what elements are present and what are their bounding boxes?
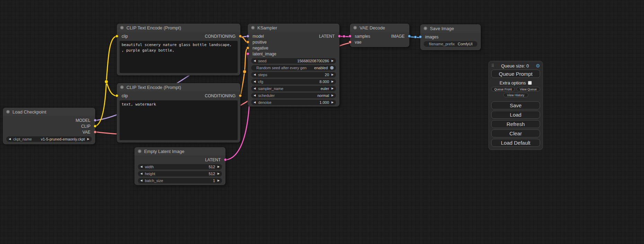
decrement-arrow-icon[interactable]: ◀ [254,101,256,104]
increment-arrow-icon[interactable]: ▶ [332,60,334,62]
node-header[interactable]: Load Checkpoint [3,108,95,116]
queue-front-button[interactable]: Queue Front [491,87,515,91]
port-model-input[interactable] [246,35,249,38]
widget-cfg[interactable]: ◀ cfg 8.000 ▶ [251,79,336,84]
increment-arrow-icon[interactable]: ▶ [332,87,334,90]
reroute-dot-clip[interactable] [105,80,108,83]
output-slot-latent[interactable]: LATENT [319,33,339,39]
port-negative-input[interactable] [246,46,249,49]
decrement-arrow-icon[interactable]: ◀ [254,80,256,83]
input-slot-clip[interactable]: clip [117,93,128,99]
increment-arrow-icon[interactable]: ▶ [332,80,334,83]
input-slot-clip[interactable]: clip [117,33,128,39]
positive-prompt-textarea[interactable]: beautiful scenery nature glass bottle la… [120,41,238,73]
increment-arrow-icon[interactable]: ▶ [218,165,220,168]
output-slot-conditioning[interactable]: CONDITIONING [205,93,240,99]
output-slot-vae[interactable]: VAE [82,129,95,135]
collapse-dot-icon[interactable] [424,27,427,30]
port-samples-input[interactable] [349,35,352,38]
decrement-arrow-icon[interactable]: ◀ [140,172,142,175]
decrement-arrow-icon[interactable]: ◀ [9,138,11,141]
port-vae-input[interactable] [349,40,352,44]
output-slot-image[interactable]: IMAGE [391,33,409,39]
output-slot-conditioning[interactable]: CONDITIONING [205,33,240,39]
reroute-dot-latent[interactable] [343,35,345,38]
collapse-dot-icon[interactable] [120,26,124,29]
increment-arrow-icon[interactable]: ▶ [87,138,89,141]
port-conditioning-output[interactable] [239,94,242,97]
clear-button[interactable]: Clear [491,129,540,137]
node-ksampler[interactable]: KSampler model LATENT positive [248,24,339,107]
port-images-input[interactable] [419,35,422,38]
node-header[interactable]: Empty Latent Image [134,147,226,155]
node-empty-latent-image[interactable]: Empty Latent Image LATENT ◀ width 512 ▶ … [134,147,226,185]
widget-height[interactable]: ◀ height 512 ▶ [138,171,222,177]
input-slot-images[interactable]: images [420,34,439,40]
widget-seed[interactable]: ◀ seed 156680208700286 ▶ [251,58,336,64]
port-clip-input[interactable] [115,94,118,97]
port-latent-image-input[interactable] [246,52,249,55]
node-header[interactable]: CLIP Text Encode (Prompt) [117,83,240,91]
queue-prompt-button[interactable]: Queue Prompt [491,70,540,78]
widget-filename-prefix[interactable]: filename_prefix ComfyUI [424,41,477,47]
settings-gear-icon[interactable]: ⚙ [536,63,540,69]
view-queue-button[interactable]: View Queue [517,87,540,91]
node-clip-text-encode-negative[interactable]: CLIP Text Encode (Prompt) clip CONDITION… [117,83,240,143]
widget-ckpt-name[interactable]: ◀ ckpt_name v1-5-pruned-emaonly.ckpt ▶ [6,136,92,142]
port-model-output[interactable] [94,119,97,122]
load-button[interactable]: Load [491,111,540,119]
node-header[interactable]: KSampler [248,24,339,32]
input-slot-model[interactable]: model [248,33,264,39]
increment-arrow-icon[interactable]: ▶ [332,101,334,104]
collapse-dot-icon[interactable] [251,26,255,29]
load-default-button[interactable]: Load Default [491,139,540,147]
collapse-dot-icon[interactable] [353,26,357,29]
input-slot-positive[interactable]: positive [248,39,267,45]
widget-width[interactable]: ◀ width 512 ▶ [138,164,222,170]
port-clip-output[interactable] [94,125,97,128]
save-button[interactable]: Save [491,101,540,109]
port-image-output[interactable] [408,35,411,38]
port-conditioning-output[interactable] [239,35,242,38]
port-positive-input[interactable] [246,40,249,44]
node-header[interactable]: Save Image [420,24,481,33]
widget-scheduler[interactable]: ◀ scheduler normal ▶ [251,93,336,98]
node-clip-text-encode-positive[interactable]: CLIP Text Encode (Prompt) clip CONDITION… [117,24,240,75]
decrement-arrow-icon[interactable]: ◀ [140,165,142,168]
node-load-checkpoint[interactable]: Load Checkpoint MODEL CLIP VAE [3,108,95,144]
widget-random-seed-toggle[interactable]: Random seed after every gen enabled [251,65,336,71]
decrement-arrow-icon[interactable]: ◀ [254,60,256,62]
negative-prompt-textarea[interactable]: text, watermark [120,100,238,140]
node-save-image[interactable]: Save Image images filename_prefix ComfyU… [420,24,481,50]
view-history-button[interactable]: View History [503,93,528,97]
collapse-dot-icon[interactable] [120,85,124,89]
input-slot-latent-image[interactable]: latent_image [248,51,276,57]
port-vae-output[interactable] [94,130,97,134]
decrement-arrow-icon[interactable]: ◀ [254,87,256,90]
port-clip-input[interactable] [115,35,118,38]
widget-sampler-name[interactable]: ◀ sampler_name euler ▶ [251,86,336,91]
increment-arrow-icon[interactable]: ▶ [332,73,334,76]
input-slot-negative[interactable]: negative [248,45,268,51]
refresh-button[interactable]: Refresh [491,120,540,128]
output-slot-latent[interactable]: LATENT [205,157,226,163]
decrement-arrow-icon[interactable]: ◀ [254,94,256,97]
widget-steps[interactable]: ◀ steps 20 ▶ [251,72,336,78]
decrement-arrow-icon[interactable]: ◀ [140,179,142,182]
reroute-dot-conditioning[interactable] [243,70,246,73]
reroute-dot-image[interactable] [414,36,417,38]
node-header[interactable]: VAE Decode [350,24,409,32]
input-slot-samples[interactable]: samples [350,33,370,39]
increment-arrow-icon[interactable]: ▶ [218,179,220,182]
widget-denoise[interactable]: ◀ denoise 1.000 ▶ [251,100,336,105]
port-latent-output[interactable] [338,35,341,38]
output-slot-model[interactable]: MODEL [76,117,95,123]
node-graph-canvas[interactable]: Load Checkpoint MODEL CLIP VAE [0,0,644,244]
toggle-indicator-icon[interactable] [330,66,334,70]
increment-arrow-icon[interactable]: ▶ [218,172,220,175]
port-latent-output[interactable] [224,158,227,161]
queue-panel[interactable]: ⠿ Queue size: 0 ⚙ Queue Prompt Extra opt… [488,61,543,150]
node-vae-decode[interactable]: VAE Decode samples IMAGE vae [350,24,409,47]
drag-handle-icon[interactable]: ⠿ [491,63,494,68]
decrement-arrow-icon[interactable]: ◀ [254,73,256,76]
